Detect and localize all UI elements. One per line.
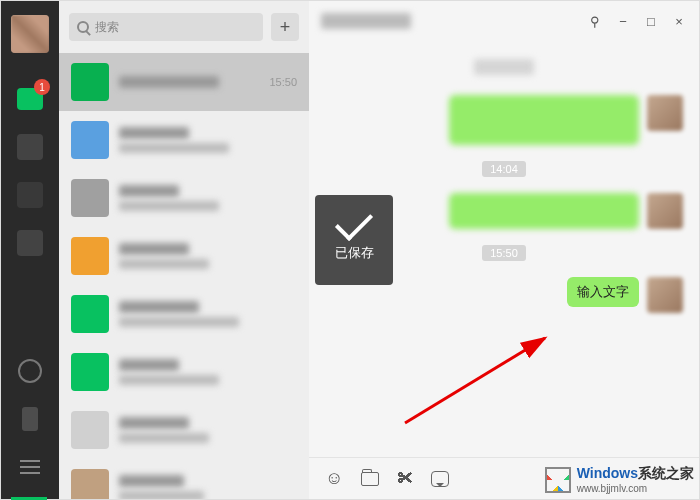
- chat-list-item[interactable]: [59, 401, 309, 459]
- watermark: Windows系统之家 www.bjjmlv.com: [545, 465, 694, 494]
- chat-list-item[interactable]: [59, 227, 309, 285]
- nav-menu[interactable]: [14, 451, 46, 483]
- chat-preview: [119, 259, 209, 269]
- folder-icon: [361, 472, 379, 486]
- nav-chat[interactable]: 1: [14, 83, 46, 115]
- chat-list-panel: 搜索 + 15:50: [59, 1, 309, 499]
- contact-name: [321, 13, 411, 29]
- add-button[interactable]: +: [271, 13, 299, 41]
- search-input[interactable]: 搜索: [69, 13, 263, 41]
- screenshot-button[interactable]: ✀: [397, 470, 413, 488]
- chat-name: [119, 127, 189, 139]
- message-row: [325, 95, 683, 145]
- nav-contacts[interactable]: [14, 131, 46, 163]
- chat-avatar: [71, 237, 109, 275]
- timestamp-pill: 15:50: [482, 245, 526, 261]
- message-bubble[interactable]: 输入文字: [567, 277, 639, 307]
- chat-item-body: [119, 301, 297, 327]
- chat-preview: [119, 433, 209, 443]
- left-nav: 1: [1, 1, 59, 499]
- chat-list-item[interactable]: [59, 343, 309, 401]
- chat-item-body: [119, 475, 297, 499]
- chat-list-item[interactable]: [59, 169, 309, 227]
- unread-badge: 1: [34, 79, 50, 95]
- contacts-icon: [17, 134, 43, 160]
- toast-text: 已保存: [335, 244, 374, 262]
- titlebar: ⚲ − □ ×: [309, 1, 699, 41]
- chat-list-item[interactable]: 15:50: [59, 53, 309, 111]
- chat-name: [119, 417, 189, 429]
- chat-list[interactable]: 15:50: [59, 53, 309, 499]
- sender-avatar[interactable]: [647, 277, 683, 313]
- message-bubble[interactable]: [449, 193, 639, 229]
- search-placeholder: 搜索: [95, 19, 119, 36]
- chat-item-body: [119, 127, 297, 153]
- menu-icon: [20, 460, 40, 474]
- chat-name: [119, 475, 184, 487]
- maximize-button[interactable]: □: [643, 14, 659, 29]
- files-icon: [17, 230, 43, 256]
- chat-item-body: 15:50: [119, 76, 297, 88]
- chat-avatar: [71, 121, 109, 159]
- chat-avatar: [71, 63, 109, 101]
- chat-item-body: [119, 417, 297, 443]
- chat-preview: [119, 491, 204, 499]
- chat-avatar: [71, 179, 109, 217]
- chat-history-icon: [431, 471, 449, 487]
- emoji-button[interactable]: ☺: [325, 468, 343, 489]
- chat-avatar: [71, 295, 109, 333]
- search-icon: [77, 21, 89, 33]
- chat-avatar: [71, 353, 109, 391]
- sender-avatar[interactable]: [647, 95, 683, 131]
- chat-list-item[interactable]: [59, 111, 309, 169]
- nav-phone[interactable]: [14, 403, 46, 435]
- chat-list-item[interactable]: [59, 285, 309, 343]
- chat-item-body: [119, 243, 297, 269]
- chat-time: 15:50: [269, 76, 297, 88]
- timestamp-pill: 14:04: [482, 161, 526, 177]
- search-row: 搜索 +: [59, 1, 309, 53]
- watermark-brand: Windows: [577, 465, 638, 481]
- chat-avatar: [71, 411, 109, 449]
- minimize-button[interactable]: −: [615, 14, 631, 29]
- watermark-url: www.bjjmlv.com: [577, 483, 694, 494]
- chat-name: [119, 301, 199, 313]
- nav-miniprogram[interactable]: [14, 355, 46, 387]
- chat-avatar: [71, 469, 109, 499]
- chat-preview: [119, 143, 229, 153]
- chat-name: [119, 359, 179, 371]
- timestamp-row: 14:04: [325, 153, 683, 185]
- chat-preview: [119, 317, 239, 327]
- message-bubble[interactable]: [449, 95, 639, 145]
- chat-name: [119, 185, 179, 197]
- circle-icon: [18, 359, 42, 383]
- chat-preview: [119, 375, 219, 385]
- timestamp-row: [325, 51, 683, 87]
- favorites-icon: [17, 182, 43, 208]
- watermark-text: Windows系统之家 www.bjjmlv.com: [577, 465, 694, 494]
- chat-name: [119, 76, 219, 88]
- timestamp-pill: [474, 59, 534, 75]
- chat-name: [119, 243, 189, 255]
- windows-logo-icon: [545, 467, 571, 493]
- file-button[interactable]: [361, 472, 379, 486]
- saved-toast: 已保存: [315, 195, 393, 285]
- window-controls: ⚲ − □ ×: [587, 14, 687, 29]
- chat-history-button[interactable]: [431, 471, 449, 487]
- user-avatar[interactable]: [11, 15, 49, 53]
- watermark-sub: 系统之家: [638, 465, 694, 481]
- close-button[interactable]: ×: [671, 14, 687, 29]
- chat-item-body: [119, 185, 297, 211]
- chat-list-item[interactable]: [59, 459, 309, 499]
- check-icon: [335, 203, 373, 241]
- nav-favorites[interactable]: [14, 179, 46, 211]
- chat-preview: [119, 201, 219, 211]
- chat-item-body: [119, 359, 297, 385]
- nav-files[interactable]: [14, 227, 46, 259]
- pin-button[interactable]: ⚲: [587, 14, 603, 29]
- sender-avatar[interactable]: [647, 193, 683, 229]
- phone-icon: [22, 407, 38, 431]
